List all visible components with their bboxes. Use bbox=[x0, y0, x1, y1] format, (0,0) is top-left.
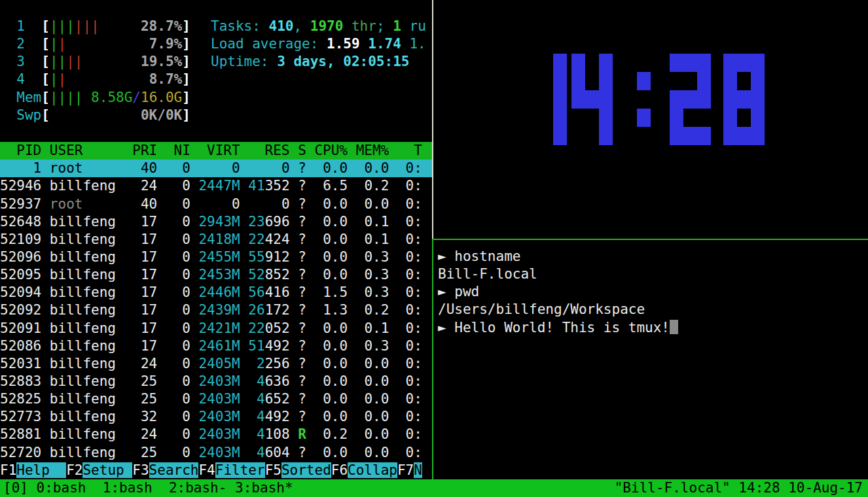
fkey-number: F6 bbox=[331, 462, 348, 478]
tmux-window-3[interactable]: 3:bash* bbox=[235, 480, 293, 496]
prompt-arrow-icon: ► bbox=[438, 248, 454, 264]
htop-table-header[interactable]: PID USER PRI NI VIRT RES S CPU% MEM% T bbox=[0, 142, 432, 160]
process-row[interactable]: 52096 billfeng 17 0 2455M 55912 ? 0.0 0.… bbox=[0, 248, 432, 266]
htop-process-list: 1 root 40 0 0 0 ? 0.0 0.0 0:52946 billfe… bbox=[0, 160, 432, 461]
cpu-meter: 4 [|| 8.7%] bbox=[0, 71, 190, 88]
process-row[interactable]: 52648 billfeng 17 0 2943M 23696 ? 0.0 0.… bbox=[0, 213, 432, 231]
fkey-label: Setup bbox=[82, 462, 132, 478]
process-row[interactable]: 52092 billfeng 17 0 2439M 26172 ? 1.3 0.… bbox=[0, 301, 432, 319]
cpu-meter: 2 [|| 7.9%] bbox=[0, 35, 190, 53]
shell-command-line: ► Hello World! This is tmux! bbox=[438, 319, 678, 337]
tmux-window-0[interactable]: 0:bash bbox=[37, 480, 86, 496]
shell-output-line: /Users/billfeng/Workspace bbox=[438, 301, 678, 318]
fkey-f7[interactable]: F7N bbox=[397, 462, 422, 479]
tmux-session-name: [0] bbox=[3, 480, 37, 496]
fkey-label: Collap bbox=[348, 462, 397, 478]
fkey-f5[interactable]: F5Sorted bbox=[265, 462, 331, 479]
prompt-arrow-icon: ► bbox=[438, 284, 454, 300]
process-row[interactable]: 52091 billfeng 17 0 2421M 22052 ? 0.0 0.… bbox=[0, 320, 432, 337]
process-row[interactable]: 52773 billfeng 32 0 2403M 4492 ? 0.0 0.0… bbox=[0, 408, 432, 426]
memory-meter: Mem[|||| 8.58G/16.0G] bbox=[0, 89, 190, 107]
process-row[interactable]: 52094 billfeng 17 0 2446M 56416 ? 1.5 0.… bbox=[0, 284, 432, 301]
fkey-number: F3 bbox=[132, 462, 149, 478]
tmux-status-right: "Bill-F.local" 14:28 10-Aug-17 bbox=[615, 479, 868, 497]
fkey-label: Sorted bbox=[281, 462, 331, 478]
process-row[interactable]: 52095 billfeng 17 0 2453M 52852 ? 0.0 0.… bbox=[0, 266, 432, 284]
tmux-status-bar: [0] 0:bash 1:bash 2:bash- 3:bash* "Bill-… bbox=[0, 479, 868, 497]
process-row[interactable]: 52825 billfeng 25 0 2403M 4652 ? 0.0 0.0… bbox=[0, 390, 432, 408]
process-row[interactable]: 52937 root 40 0 0 0 ? 0.0 0.0 0: bbox=[0, 196, 432, 213]
shell-output: ► hostnameBill-F.local► pwd/Users/billfe… bbox=[438, 248, 678, 337]
tasks-line: Tasks: 410, 1970 thr; 1 ru bbox=[211, 18, 426, 35]
fkey-label: Help bbox=[16, 462, 66, 478]
tmux-screen: { "colors": { "accent_cyan": "#29b7c3", … bbox=[0, 0, 868, 497]
cpu-meter: 1 [|||||| 28.7%] bbox=[0, 18, 190, 35]
pane-border-vertical-active[interactable] bbox=[432, 239, 433, 479]
pane-border-horizontal-active[interactable] bbox=[433, 239, 868, 240]
htop-pane[interactable]: 1 [|||||| 28.7%] 2 [|| 7.9%] 3 [|||| 19.… bbox=[0, 0, 432, 479]
fkey-f6[interactable]: F6Collap bbox=[331, 462, 397, 479]
process-row[interactable]: 52720 billfeng 25 0 2403M 4604 ? 0.0 0.0… bbox=[0, 444, 432, 462]
shell-command-line: ► pwd bbox=[438, 283, 678, 301]
tmux-window-list: [0] 0:bash 1:bash 2:bash- 3:bash* bbox=[0, 479, 293, 497]
load-average-line: Load average: 1.59 1.74 1. bbox=[211, 35, 426, 53]
tmux-window-1[interactable]: 1:bash bbox=[103, 480, 153, 496]
htop-meters: 1 [|||||| 28.7%] 2 [|| 7.9%] 3 [|||| 19.… bbox=[0, 18, 190, 124]
fkey-f4[interactable]: F4Filter bbox=[198, 462, 264, 479]
terminal-cursor bbox=[670, 320, 678, 334]
fkey-label: Filter bbox=[215, 462, 265, 478]
process-row[interactable]: 52946 billfeng 24 0 2447M 41352 ? 6.5 0.… bbox=[0, 177, 432, 195]
process-row[interactable]: 52883 billfeng 25 0 2403M 4636 ? 0.0 0.0… bbox=[0, 373, 432, 390]
htop-function-key-bar: F1Help F2Setup F3SearchF4FilterF5SortedF… bbox=[0, 462, 422, 479]
fkey-label: N bbox=[414, 462, 422, 478]
shell-output-line: Bill-F.local bbox=[438, 266, 678, 283]
fkey-label: Search bbox=[149, 462, 199, 478]
htop-summary: Tasks: 410, 1970 thr; 1 ruLoad average: … bbox=[211, 18, 426, 71]
prompt-arrow-icon: ► bbox=[438, 320, 454, 335]
fkey-number: F4 bbox=[198, 462, 215, 478]
pane-border-vertical[interactable] bbox=[432, 0, 433, 239]
fkey-f3[interactable]: F3Search bbox=[132, 462, 198, 479]
process-row[interactable]: 52086 billfeng 17 0 2461M 51492 ? 0.0 0.… bbox=[0, 337, 432, 355]
swap-meter: Swp[ 0K/0K] bbox=[0, 107, 190, 124]
fkey-number: F1 bbox=[0, 462, 16, 478]
process-row[interactable]: 52109 billfeng 17 0 2418M 22424 ? 0.0 0.… bbox=[0, 231, 432, 248]
process-row[interactable]: 52881 billfeng 24 0 2403M 4108 R 0.2 0.0… bbox=[0, 426, 432, 443]
fkey-number: F5 bbox=[265, 462, 281, 478]
process-row[interactable]: 1 root 40 0 0 0 ? 0.0 0.0 0: bbox=[0, 160, 432, 177]
shell-command-line: ► hostname bbox=[438, 248, 678, 266]
process-row[interactable]: 52031 billfeng 24 0 2405M 2256 ? 0.0 0.0… bbox=[0, 355, 432, 373]
tmux-window-2[interactable]: 2:bash- bbox=[169, 480, 227, 496]
fkey-number: F7 bbox=[397, 462, 414, 478]
cpu-meter: 3 [|||| 19.5%] bbox=[0, 53, 190, 71]
uptime-line: Uptime: 3 days, 02:05:15 bbox=[211, 53, 426, 71]
fkey-f2[interactable]: F2Setup bbox=[66, 462, 132, 479]
fkey-f1[interactable]: F1Help bbox=[0, 462, 66, 479]
fkey-number: F2 bbox=[66, 462, 82, 478]
